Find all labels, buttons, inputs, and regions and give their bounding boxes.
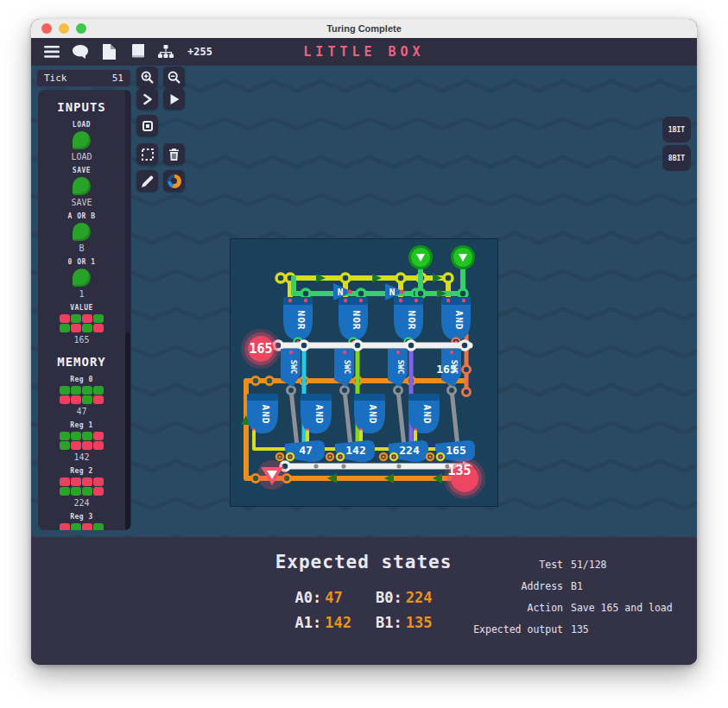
register-1: Reg 1 142 xyxy=(60,421,104,462)
output-node-value: 135 xyxy=(447,463,471,478)
input-pin-1[interactable] xyxy=(408,245,433,269)
bit-off xyxy=(82,441,92,450)
bit-off xyxy=(71,441,81,450)
bit-on xyxy=(71,487,81,496)
register-3-bits xyxy=(60,523,104,530)
input-a-or-b: A OR B B xyxy=(68,212,96,253)
switch-gate-label: SWC xyxy=(396,360,405,374)
bit-off xyxy=(93,487,104,496)
tick-label: Tick xyxy=(44,73,67,84)
input-a-or-b-value: B xyxy=(79,243,84,253)
chat-icon[interactable] xyxy=(72,43,89,60)
input-0-or-1-value: 1 xyxy=(79,289,84,299)
cell-a1-label: A1: xyxy=(295,614,322,631)
menu-icon[interactable] xyxy=(43,43,60,60)
bit-off xyxy=(71,477,81,486)
input-save-toggle[interactable] xyxy=(73,177,91,195)
close-window-button[interactable] xyxy=(41,23,52,34)
input-value-bits[interactable] xyxy=(60,314,104,332)
register-flag-value: 142 xyxy=(345,444,365,457)
test-details: Test51/128 AddressB1 ActionSave 165 and … xyxy=(377,559,673,635)
bit-off xyxy=(71,395,81,404)
input-0-or-1-toggle[interactable] xyxy=(73,269,91,287)
io-sidebar: INPUTS LOAD LOAD SAVE SAVE A OR B B 0 OR… xyxy=(38,90,131,530)
bit-on xyxy=(71,523,81,530)
and-gate-2[interactable]: AND xyxy=(354,394,385,433)
maximize-window-button[interactable] xyxy=(76,23,86,34)
hierarchy-icon[interactable] xyxy=(157,43,174,60)
input-load-label: LOAD xyxy=(73,121,91,129)
app-window: Turing Complete +255 LITTLE BOX xyxy=(31,19,697,665)
zoom-out-button[interactable] xyxy=(163,66,185,88)
detail-action: ActionSave 165 and load xyxy=(377,602,673,614)
input-node-165[interactable]: 165 xyxy=(241,329,281,369)
input-load-toggle[interactable] xyxy=(73,131,91,149)
bit-on xyxy=(60,432,70,440)
tick-value: 51 xyxy=(112,73,123,84)
bit-off xyxy=(82,523,92,530)
top-gate-label: NOR xyxy=(406,311,417,331)
output-node-135[interactable]: 135 xyxy=(444,458,485,499)
window-title: Turing Complete xyxy=(326,23,402,34)
input-a-or-b-label: A OR B xyxy=(68,212,96,220)
minimize-window-button[interactable] xyxy=(59,23,69,34)
bit-off xyxy=(60,395,70,404)
8bit-button[interactable]: 8BIT xyxy=(662,145,691,171)
output-pin[interactable] xyxy=(257,460,287,490)
bit-on xyxy=(71,314,81,323)
register-2-label: Reg 2 xyxy=(70,467,93,475)
book-icon[interactable] xyxy=(129,43,146,60)
bit-off xyxy=(82,477,92,486)
bit-off xyxy=(71,324,81,332)
component-count: +255 xyxy=(187,46,212,58)
file-icon[interactable] xyxy=(100,43,117,60)
bit-off xyxy=(82,314,92,323)
bit-on xyxy=(82,386,92,395)
input-0-or-1: 0 OR 1 1 xyxy=(68,258,96,299)
edit-button[interactable] xyxy=(136,170,158,192)
bit-on xyxy=(71,386,81,395)
and-gate-1[interactable]: AND xyxy=(301,394,332,433)
detail-address: AddressB1 xyxy=(377,580,673,592)
input-a-or-b-toggle[interactable] xyxy=(73,223,91,241)
delete-button[interactable] xyxy=(163,143,185,165)
top-gate-label: NOR xyxy=(351,311,362,331)
and-gate-3[interactable]: AND xyxy=(408,394,440,433)
expected-states-panel: Expected states A0:47 B0:224 A1:142 B1:1… xyxy=(31,537,697,665)
detail-test-label: Test xyxy=(377,559,563,571)
input-pin-2[interactable] xyxy=(451,245,475,269)
play-button[interactable] xyxy=(163,88,185,110)
register-0-label: Reg 0 xyxy=(70,376,93,383)
memory-section-title: MEMORY xyxy=(57,355,106,369)
1bit-button[interactable]: 1BIT xyxy=(662,117,691,142)
bit-off xyxy=(60,523,70,530)
white-bus-top[interactable] xyxy=(268,341,470,350)
register-3: Reg 3 165 xyxy=(60,513,104,530)
colors-button[interactable] xyxy=(163,170,185,192)
register-flag-value: 165 xyxy=(446,444,465,457)
sidebar-scrollbar-thumb[interactable] xyxy=(125,332,130,531)
input-value-number: 165 xyxy=(73,335,89,345)
detail-test: Test51/128 xyxy=(377,559,673,571)
register-1-bits xyxy=(60,432,104,450)
sidebar-scrollbar[interactable] xyxy=(125,90,130,530)
step-button[interactable] xyxy=(136,88,158,110)
and-gate-0[interactable]: AND xyxy=(247,394,278,433)
bit-off xyxy=(93,395,104,404)
register-flag-value: 224 xyxy=(399,444,420,457)
bit-on xyxy=(60,324,70,332)
circuit-board[interactable]: N N NORNORNORAND xyxy=(230,238,498,507)
detail-expected-output: Expected output135 xyxy=(377,623,673,635)
input-load: LOAD LOAD xyxy=(71,121,92,161)
cell-a0-value: 47 xyxy=(325,589,342,606)
bit-on xyxy=(60,441,70,450)
bit-on xyxy=(82,324,92,332)
tick-counter[interactable]: Tick 51 xyxy=(36,69,131,87)
detail-action-label: Action xyxy=(377,602,563,614)
register-1-label: Reg 1 xyxy=(70,421,93,429)
stop-button[interactable] xyxy=(136,115,158,136)
switch-gate-label: SWC xyxy=(289,360,298,374)
select-button[interactable] xyxy=(136,143,158,165)
zoom-in-button[interactable] xyxy=(136,66,158,88)
1bit-label: 1BIT xyxy=(668,126,685,134)
